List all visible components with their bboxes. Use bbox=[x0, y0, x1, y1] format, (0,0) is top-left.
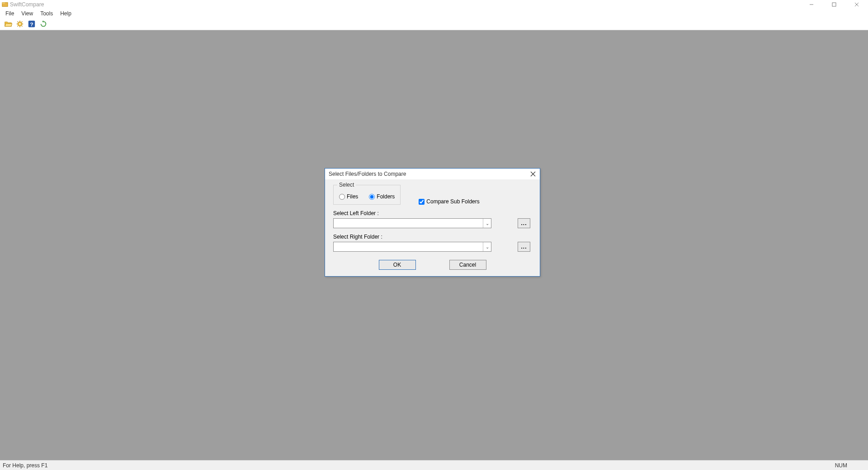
settings-icon[interactable] bbox=[14, 19, 25, 29]
radio-folders[interactable]: Folders bbox=[369, 193, 395, 200]
status-help-hint: For Help, press F1 bbox=[3, 462, 47, 469]
dialog-title: Select Files/Folders to Compare bbox=[329, 171, 406, 177]
cancel-button[interactable]: Cancel bbox=[449, 260, 486, 270]
compare-sub-input[interactable] bbox=[419, 199, 425, 205]
refresh-icon[interactable] bbox=[38, 19, 49, 29]
toolbar: ? bbox=[0, 18, 868, 30]
title-bar: SwiftCompare bbox=[0, 0, 868, 9]
left-folder-combo[interactable]: ⌄ bbox=[333, 218, 491, 228]
radio-folders-input[interactable] bbox=[369, 194, 375, 200]
ok-button[interactable]: OK bbox=[379, 260, 416, 270]
menu-bar: File View Tools Help bbox=[0, 9, 868, 18]
help-icon[interactable]: ? bbox=[26, 19, 37, 29]
svg-point-7 bbox=[19, 23, 21, 25]
left-folder-input[interactable] bbox=[334, 219, 483, 228]
svg-text:?: ? bbox=[30, 21, 33, 27]
dialog-close-button[interactable] bbox=[526, 169, 540, 179]
right-folder-label: Select Right Folder : bbox=[333, 234, 532, 240]
app-icon bbox=[2, 1, 8, 8]
right-folder-input[interactable] bbox=[334, 242, 483, 251]
compare-sub-checkbox[interactable]: Compare Sub Folders bbox=[419, 198, 479, 205]
minimize-button[interactable] bbox=[800, 0, 823, 9]
svg-rect-1 bbox=[2, 3, 5, 4]
menu-view[interactable]: View bbox=[18, 9, 37, 18]
select-dialog: Select Files/Folders to Compare Select F… bbox=[325, 168, 540, 277]
chevron-down-icon[interactable]: ⌄ bbox=[483, 242, 491, 251]
status-bar: For Help, press F1 NUM bbox=[0, 460, 868, 470]
maximize-button[interactable] bbox=[823, 0, 845, 9]
select-group-label: Select bbox=[337, 182, 356, 188]
dialog-title-bar: Select Files/Folders to Compare bbox=[325, 169, 540, 179]
browse-left-button[interactable]: ... bbox=[518, 218, 530, 228]
browse-right-button[interactable]: ... bbox=[518, 242, 530, 252]
window-controls bbox=[800, 0, 868, 9]
left-folder-label: Select Left Folder : bbox=[333, 210, 532, 216]
menu-help[interactable]: Help bbox=[57, 9, 75, 18]
close-button[interactable] bbox=[845, 0, 868, 9]
radio-files-input[interactable] bbox=[339, 194, 345, 200]
open-folder-icon[interactable] bbox=[3, 19, 14, 29]
chevron-down-icon[interactable]: ⌄ bbox=[483, 219, 491, 228]
select-groupbox: Select Files Folders bbox=[333, 185, 401, 205]
app-title: SwiftCompare bbox=[10, 1, 44, 8]
right-folder-combo[interactable]: ⌄ bbox=[333, 242, 491, 252]
menu-tools[interactable]: Tools bbox=[37, 9, 57, 18]
menu-file[interactable]: File bbox=[2, 9, 18, 18]
status-num: NUM bbox=[835, 462, 847, 469]
svg-rect-3 bbox=[832, 3, 836, 6]
radio-files[interactable]: Files bbox=[339, 193, 358, 200]
